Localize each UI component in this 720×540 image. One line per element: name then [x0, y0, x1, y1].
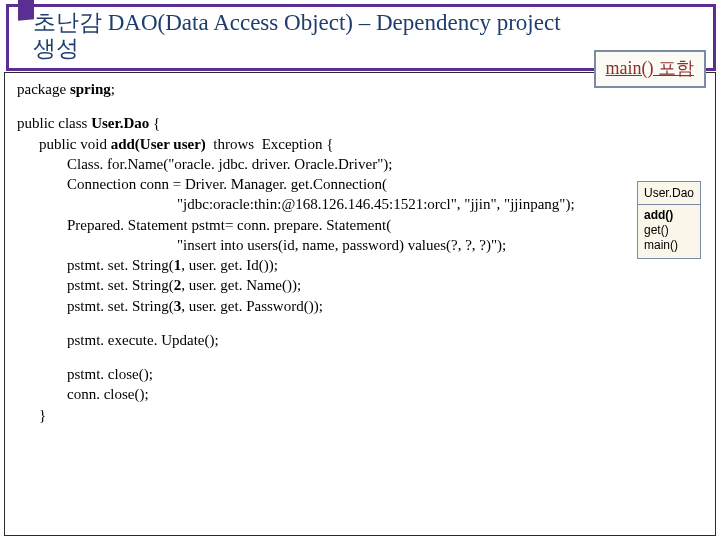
ss1a: pstmt. set. String(: [67, 257, 174, 273]
main-included-badge: main() 포함: [594, 50, 706, 88]
class-card-name: User.Dao: [638, 182, 700, 205]
class-card-method-0: add(): [644, 208, 694, 223]
code-forname: Class. for.Name("oracle. jdbc. driver. O…: [17, 154, 705, 174]
code-pstmt-sql: "insert into users(id, name, password) v…: [17, 235, 705, 255]
code-conn: Connection conn = Driver. Manager. get.C…: [17, 174, 705, 194]
code-setstring-2: pstmt. set. String(2, user. get. Name())…: [17, 275, 705, 295]
package-name: spring: [70, 81, 111, 97]
blank-line-2: [17, 316, 705, 330]
class-card-methods: add() get() main(): [638, 205, 700, 258]
code-conn-args: "jdbc:oracle:thin:@168.126.146.45:1521:o…: [17, 194, 705, 214]
kw-package: package: [17, 81, 70, 97]
code-setstring-3: pstmt. set. String(3, user. get. Passwor…: [17, 296, 705, 316]
title-line-2: 생성: [33, 36, 79, 61]
blank-line-3: [17, 350, 705, 364]
ss3a: pstmt. set. String(: [67, 298, 174, 314]
ss3c: , user. get. Password());: [181, 298, 323, 314]
class-card: User.Dao add() get() main(): [637, 181, 701, 259]
code-area: package spring; public class User.Dao { …: [4, 72, 716, 536]
class-card-method-2: main(): [644, 238, 694, 253]
title-line-1: 초난감 DAO(Data Access Object) – Dependency…: [33, 10, 561, 35]
ss1c: , user. get. Id());: [181, 257, 278, 273]
class-decl-2: {: [149, 115, 160, 131]
code-setstring-1: pstmt. set. String(1, user. get. Id());: [17, 255, 705, 275]
ss2c: , user. get. Name());: [181, 277, 301, 293]
code-close-conn: conn. close();: [17, 384, 705, 404]
add-sig-2: throws Exception {: [206, 136, 334, 152]
code-close-pstmt: pstmt. close();: [17, 364, 705, 384]
code-pstmt: Prepared. Statement pstmt= conn. prepare…: [17, 215, 705, 235]
slide-root: 초난감 DAO(Data Access Object) – Dependency…: [0, 0, 720, 540]
code-close-brace: }: [17, 405, 705, 425]
ss2a: pstmt. set. String(: [67, 277, 174, 293]
add-sig-name: add(User user): [111, 136, 206, 152]
code-class-decl: public class User.Dao {: [17, 113, 705, 133]
class-name: User.Dao: [91, 115, 149, 131]
add-sig-1: public void: [39, 136, 111, 152]
title-accent-tab: [18, 0, 34, 21]
code-add-signature: public void add(User user) throws Except…: [17, 134, 705, 154]
blank-line: [17, 99, 705, 113]
code-execute: pstmt. execute. Update();: [17, 330, 705, 350]
class-card-method-1: get(): [644, 223, 694, 238]
semicolon: ;: [111, 81, 115, 97]
class-decl-1: public class: [17, 115, 91, 131]
